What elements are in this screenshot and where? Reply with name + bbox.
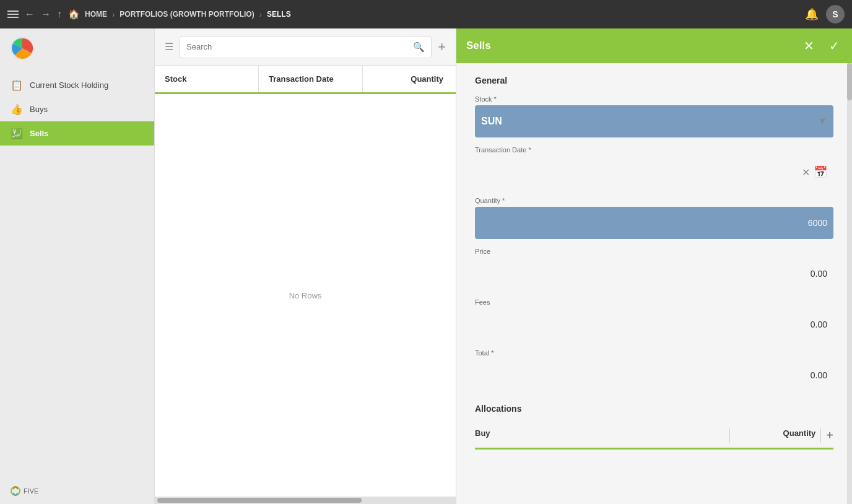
svg-point-1 [11, 487, 20, 495]
filter-icon[interactable]: ☰ [165, 41, 173, 53]
panel-title: Sells [466, 40, 801, 52]
panel-header: Sells ✕ ✓ [456, 28, 852, 63]
table-header: Stock Transaction Date Quantity [155, 66, 456, 94]
transaction-date-field: Transaction Date * ✕ 📅 [475, 146, 833, 188]
quantity-label: Quantity * [475, 197, 833, 204]
stock-field: Stock * ▼ [475, 95, 833, 137]
avatar[interactable]: S [826, 5, 845, 24]
notification-bell-icon[interactable]: 🔔 [805, 7, 819, 21]
breadcrumb-sep-1: › [112, 10, 115, 19]
sidebar-item-sells-label: Sells [30, 129, 48, 138]
alloc-col-buy: Buy [475, 428, 724, 443]
fees-input[interactable] [481, 319, 827, 329]
price-input[interactable] [481, 269, 827, 279]
sidebar-item-buys[interactable]: 👍 Buys [0, 97, 154, 121]
sidebar-logo [0, 28, 154, 68]
breadcrumb-sep-2: › [259, 10, 262, 19]
col-quantity: Quantity [363, 66, 456, 92]
breadcrumb: 🏠 HOME › PORTFOLIOS (GROWTH PORTFOLIO) ›… [68, 9, 291, 20]
table-area: Stock Transaction Date Quantity No Rows [155, 66, 456, 504]
price-input-wrap[interactable] [475, 258, 833, 290]
five-brand-logo: FIVE [10, 485, 38, 497]
panel-body: General Stock * ▼ Transaction Date * ✕ 📅 [456, 63, 852, 504]
panel-confirm-button[interactable]: ✓ [827, 36, 842, 56]
transaction-date-label: Transaction Date * [475, 146, 833, 154]
allocations-section: Allocations Buy Quantity + [475, 404, 833, 450]
main-layout: 📋 Current Stock Holding 👍 Buys 💹 Sells F… [0, 28, 852, 504]
sidebar-footer: FIVE [0, 478, 154, 504]
app-logo [10, 36, 35, 61]
table-body: No Rows [155, 94, 456, 497]
sells-icon: 💹 [10, 128, 24, 139]
search-icon: 🔍 [413, 41, 425, 53]
fees-input-wrap[interactable] [475, 308, 833, 341]
allocations-table-header: Buy Quantity + [475, 424, 833, 450]
sidebar-item-buys-label: Buys [30, 105, 48, 114]
general-section-title: General [475, 76, 833, 85]
buys-icon: 👍 [10, 103, 24, 115]
sidebar-nav: 📋 Current Stock Holding 👍 Buys 💹 Sells [0, 68, 154, 478]
quantity-input[interactable] [481, 218, 827, 228]
transaction-date-input-wrap[interactable]: ✕ 📅 [475, 156, 833, 188]
home-icon[interactable]: 🏠 [68, 9, 80, 20]
current-stock-icon: 📋 [10, 79, 24, 91]
price-label: Price [475, 248, 833, 255]
panel-header-actions: ✕ ✓ [801, 36, 842, 56]
quantity-input-wrap[interactable] [475, 207, 833, 239]
stock-label: Stock * [475, 95, 833, 103]
total-input[interactable] [481, 370, 827, 380]
total-input-wrap[interactable] [475, 359, 833, 391]
table-scrollbar[interactable] [155, 497, 456, 504]
panel-scrollbar[interactable] [847, 63, 852, 504]
stock-dropdown-icon[interactable]: ▼ [817, 116, 827, 127]
content-area: ☰ 🔍 + Stock Transaction Date Quantity No… [155, 28, 456, 504]
search-input[interactable] [186, 42, 413, 51]
panel-close-button[interactable]: ✕ [801, 36, 817, 56]
back-button[interactable]: ← [25, 9, 35, 20]
sidebar-item-sells[interactable]: 💹 Sells [0, 121, 154, 146]
alloc-col-quantity: Quantity [735, 428, 815, 443]
breadcrumb-sells[interactable]: SELLS [267, 10, 291, 19]
breadcrumb-home[interactable]: HOME [85, 10, 107, 19]
scrollbar-thumb[interactable] [157, 498, 362, 503]
five-brand-label: FIVE [24, 487, 38, 495]
fees-field: Fees [475, 298, 833, 341]
clear-date-icon[interactable]: ✕ [802, 167, 810, 178]
search-input-wrap: 🔍 [180, 36, 432, 58]
topnav: ← → ↑ 🏠 HOME › PORTFOLIOS (GROWTH PORTFO… [0, 0, 852, 28]
sidebar-item-current-stock[interactable]: 📋 Current Stock Holding [0, 73, 154, 97]
hamburger-menu[interactable] [7, 11, 19, 18]
forward-button[interactable]: → [41, 9, 51, 20]
total-field: Total * [475, 349, 833, 391]
sidebar: 📋 Current Stock Holding 👍 Buys 💹 Sells F… [0, 28, 155, 504]
search-bar: ☰ 🔍 + [155, 28, 456, 66]
sidebar-item-current-stock-label: Current Stock Holding [30, 80, 108, 90]
transaction-date-input[interactable] [481, 167, 802, 177]
right-panel: Sells ✕ ✓ General Stock * ▼ Transaction … [456, 28, 852, 504]
col-stock: Stock [155, 66, 259, 92]
total-label: Total * [475, 349, 833, 357]
price-field: Price [475, 248, 833, 290]
up-button[interactable]: ↑ [57, 9, 62, 20]
stock-input-wrap[interactable]: ▼ [475, 105, 833, 137]
breadcrumb-portfolios[interactable]: PORTFOLIOS (GROWTH PORTFOLIO) [120, 10, 254, 19]
stock-input[interactable] [481, 116, 817, 127]
add-button[interactable]: + [438, 40, 446, 54]
calendar-icon[interactable]: 📅 [814, 165, 827, 179]
no-rows-message: No Rows [289, 291, 322, 300]
fees-label: Fees [475, 298, 833, 306]
col-transaction-date: Transaction Date [259, 66, 363, 92]
alloc-add-button[interactable]: + [826, 428, 833, 443]
quantity-field: Quantity * [475, 197, 833, 239]
panel-scrollbar-thumb[interactable] [847, 63, 852, 100]
topnav-right: 🔔 S [805, 5, 845, 24]
allocations-title: Allocations [475, 404, 833, 414]
